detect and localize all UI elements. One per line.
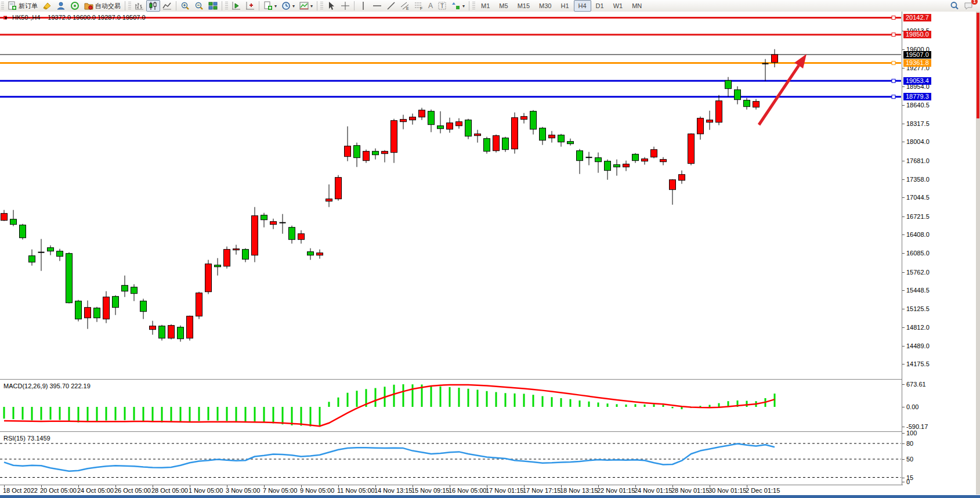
price-line-badge: 19361.8 [903,59,931,67]
signal-button[interactable] [68,0,82,12]
zoom-out-button[interactable] [192,0,206,12]
vertical-line-tool-button[interactable] [356,0,370,12]
horizontal-line-tool-button[interactable] [370,0,384,12]
timeframe-button-d1[interactable]: D1 [591,0,609,12]
tile-windows-button[interactable] [206,0,220,12]
channel-tool-button[interactable]: E [398,0,412,12]
timeframe-button-m1[interactable]: M1 [476,0,494,12]
price-tick-mark [902,364,905,365]
bear-candle [744,100,750,107]
shapes-icon [451,1,461,10]
bull-candle [400,120,407,122]
bull-candle [103,297,110,319]
trend-arrow-head[interactable] [794,54,807,68]
bear-candle [20,225,26,238]
line-handle[interactable] [892,16,895,19]
cursor-icon [327,1,336,10]
auto-trade-button[interactable]: 自动交易 [82,0,123,12]
line-chart-button[interactable] [160,0,174,12]
bar-chart-button[interactable] [132,0,146,12]
fibonacci-tool-button[interactable]: F [412,0,426,12]
doji-bar [280,222,286,223]
label-tool-button[interactable]: T [435,0,449,12]
line-handle[interactable] [892,33,895,37]
add-chart-button[interactable] [243,0,257,12]
price-line-badge: 19850.0 [903,31,931,38]
symbol-period-label: HK50-,H4 [12,14,40,21]
timeframe-button-h1[interactable]: H1 [556,0,573,12]
time-tick-label: 14 Nov 13:15 [374,487,412,494]
timeframe-label: W1 [611,2,625,9]
toolbar-grip[interactable] [320,2,323,10]
notifications-button[interactable]: 1 [961,0,975,12]
bear-candle [725,81,732,89]
bear-candle [131,287,138,294]
signal-icon [70,1,79,10]
price-tick-mark [902,105,905,106]
time-axis[interactable]: 18 Oct 202220 Oct 05:0024 Oct 05:0026 Oc… [0,485,903,495]
eraser-button[interactable] [40,0,54,12]
trendline-tool-button[interactable] [384,0,398,12]
macd-pane[interactable] [0,380,903,431]
bull-candle [493,136,500,151]
timeframe-button-m5[interactable]: M5 [494,0,512,12]
bear-candle [215,265,221,267]
community-button[interactable] [54,0,68,12]
chart-menu-icon[interactable]: ▼ [3,16,8,21]
bar-chart-icon [135,1,144,10]
notification-badge: 1 [971,0,978,5]
cursor-tool-button[interactable] [324,0,338,12]
period-clock-button[interactable]: ▾ [279,0,297,12]
indicators-icon [232,1,241,10]
time-tick-label: 20 Oct 05:00 [40,487,77,494]
rsi-pane[interactable] [0,432,903,485]
line-handle[interactable] [892,79,895,82]
bull-candle [679,175,685,181]
horizontal-line-icon [373,1,382,10]
timeframe-button-h4[interactable]: H4 [574,0,591,12]
price-chart-pane[interactable] [0,12,903,379]
time-tick-label: 16 Nov 05:00 [449,487,486,494]
line-handle[interactable] [892,95,895,99]
bull-candle [196,293,202,316]
indicators-button[interactable] [229,0,243,12]
template-button[interactable]: ▾ [261,0,279,12]
line-handle[interactable] [892,62,895,65]
toolbar: 新订单 自动交易 [0,0,980,12]
zoom-in-button[interactable] [178,0,192,12]
toolbar-separator [469,1,469,10]
bull-candle [456,122,462,126]
toolbar-grip[interactable] [128,2,131,10]
crosshair-tool-button[interactable] [338,0,352,12]
price-tick-mark [902,142,905,142]
candlestick-chart-button[interactable] [146,0,160,12]
chart-profile-button[interactable]: ▾ [297,0,315,12]
toolbar-grip[interactable] [1,2,4,10]
new-order-button[interactable]: 新订单 [5,0,40,12]
price-tick-mark [902,234,905,235]
time-tick-label: 15 Nov 09:15 [411,487,449,494]
macd-signal-line [4,385,775,426]
timeframe-button-mn[interactable]: MN [627,0,646,12]
svg-text:F: F [420,6,422,10]
search-button[interactable] [948,0,961,12]
bear-candle [113,297,119,308]
timeframe-button-m30[interactable]: M30 [534,0,556,12]
price-axis[interactable]: 19913.519600.019277.018954.018640.518317… [902,12,977,495]
doji-bar [38,252,45,253]
macd-tick-label: 673.61 [906,381,926,388]
timeframe-label: M1 [479,2,492,9]
toolbar-grip[interactable] [472,2,475,10]
toolbar-grip[interactable] [225,2,228,10]
trend-arrow-shaft[interactable] [759,66,799,125]
bull-candle [697,118,704,134]
shapes-tool-button[interactable]: ▾ [449,0,467,12]
timeframe-button-m15[interactable]: M15 [513,0,534,12]
bear-candle [140,301,147,312]
price-tick-label: 14489.0 [906,342,930,349]
text-tool-button[interactable]: A [426,0,435,12]
bear-candle [632,154,639,161]
timeframe-button-w1[interactable]: W1 [609,0,628,12]
time-tick-label: 24 Oct 05:00 [77,487,114,494]
bear-candle [159,326,165,338]
